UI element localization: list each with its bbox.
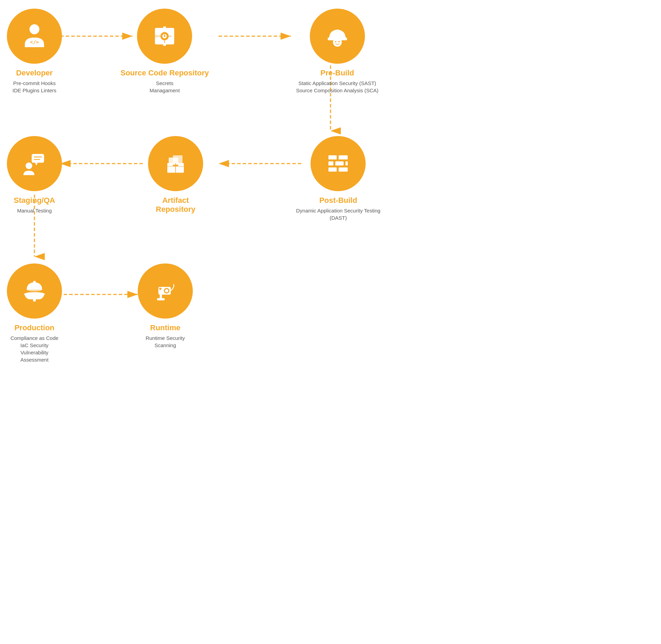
runtime-desc: Runtime Security Scanning <box>146 334 185 349</box>
staging-qa-node: Staging/QA Manual Testing <box>7 136 62 214</box>
svg-rect-42 <box>33 297 36 301</box>
svg-rect-34 <box>32 154 44 163</box>
post-build-icon <box>324 150 352 177</box>
diagram: </> Developer Pre-commit Hooks IDE Plugi… <box>0 0 386 644</box>
runtime-circle <box>138 263 193 319</box>
svg-rect-10 <box>163 43 166 46</box>
runtime-icon <box>151 277 179 305</box>
svg-rect-21 <box>328 155 337 159</box>
svg-rect-11 <box>155 35 158 38</box>
svg-rect-47 <box>157 298 165 300</box>
svg-point-48 <box>159 288 161 290</box>
pre-build-desc: Static Application Security (SAST) Sourc… <box>296 80 378 94</box>
source-repo-desc: Secrets Managament <box>150 80 180 94</box>
staging-qa-icon <box>21 150 48 177</box>
svg-rect-33 <box>173 165 178 166</box>
developer-node: </> Developer Pre-commit Hooks IDE Plugi… <box>7 9 62 94</box>
svg-point-4 <box>30 24 40 34</box>
runtime-title: Runtime <box>150 323 180 332</box>
post-build-title: Post-Build <box>319 196 357 205</box>
staging-qa-title: Staging/QA <box>14 196 55 205</box>
production-desc: Compliance as Code IaC Security Vulnerab… <box>10 334 58 363</box>
svg-point-19 <box>335 41 336 42</box>
artifact-repo-circle <box>148 136 203 191</box>
svg-rect-22 <box>339 155 348 159</box>
source-repo-circle <box>137 9 192 64</box>
svg-point-45 <box>165 289 168 292</box>
svg-rect-23 <box>328 162 333 166</box>
svg-text:</>: </> <box>30 39 39 45</box>
production-node: Production Compliance as Code IaC Securi… <box>7 263 62 363</box>
source-repo-title: Source Code Repository <box>120 69 209 77</box>
svg-marker-35 <box>35 163 38 166</box>
production-title: Production <box>14 323 54 332</box>
staging-qa-desc: Manual Testing <box>17 207 52 214</box>
post-build-desc: Dynamic Application Security Testing (DA… <box>296 207 380 221</box>
pre-build-circle <box>310 9 365 64</box>
svg-rect-24 <box>335 162 344 166</box>
runtime-node: Runtime Runtime Security Scanning <box>138 263 193 349</box>
svg-rect-25 <box>346 162 348 166</box>
source-repo-icon <box>151 22 178 50</box>
post-build-circle <box>311 136 366 191</box>
developer-desc: Pre-commit Hooks IDE Plugins Linters <box>12 80 56 94</box>
pre-build-title: Pre-Build <box>321 69 354 77</box>
artifact-repo-title: Artifact Repository <box>156 196 196 214</box>
svg-rect-26 <box>328 167 337 172</box>
developer-title: Developer <box>16 69 53 77</box>
post-build-node: Post-Build Dynamic Application Security … <box>296 136 380 221</box>
developer-circle: </> <box>7 9 62 64</box>
svg-point-38 <box>25 163 32 169</box>
staging-qa-circle <box>7 136 62 191</box>
production-circle <box>7 263 62 319</box>
svg-rect-27 <box>339 167 348 172</box>
artifact-repo-node: Artifact Repository <box>148 136 203 214</box>
svg-rect-9 <box>163 27 166 29</box>
pre-build-node: Pre-Build Static Application Security (S… <box>296 9 378 94</box>
svg-point-20 <box>338 41 339 42</box>
developer-icon: </> <box>21 22 48 50</box>
pre-build-icon <box>324 22 351 50</box>
svg-point-12 <box>164 35 166 37</box>
source-repo-node: Source Code Repository Secrets Managamen… <box>120 9 209 94</box>
svg-point-18 <box>333 38 342 47</box>
svg-point-41 <box>33 281 36 283</box>
artifact-repo-icon <box>162 150 189 177</box>
production-icon <box>21 277 48 305</box>
